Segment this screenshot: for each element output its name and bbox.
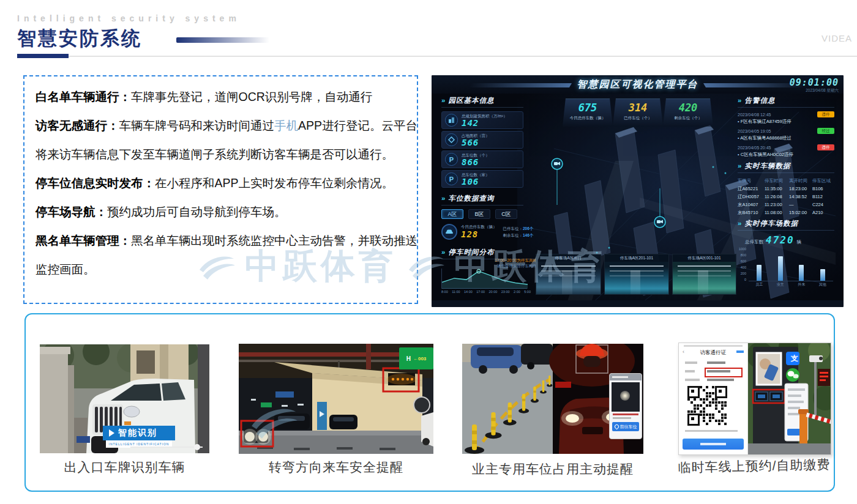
photo-corner-warning: H ←003 xyxy=(239,344,433,454)
feature-line: 黑名单车辆管理：黑名单车辆出现时系统监控中心主动告警，并联动推送 xyxy=(36,226,406,255)
alert-level-badge: 违停 xyxy=(817,144,834,150)
feature-line: 访客无感通行：车辆车牌号码和来访时间通过手机APP进行登记。云平台 xyxy=(36,111,406,140)
time-distribution-panel: 停车时间分布 17:00~20:00为停车高峰 请您合理安排停车时间 8:001… xyxy=(441,248,536,263)
table-row: 辽DH005711:26:0814:38:52B112 xyxy=(738,193,834,201)
alert-item: 2023/04/05 19:05 经过 A区有车辆粤A68668经过 xyxy=(738,128,834,141)
gate-kiosk-photo: 支 xyxy=(748,343,831,454)
car-icon xyxy=(441,224,457,240)
building-icon xyxy=(445,114,458,127)
form-label-bar xyxy=(685,370,695,372)
kpi-today-total: 675 今日总停车数（辆） xyxy=(563,98,613,127)
table-row: 京A1040711:23:00—C224 xyxy=(738,201,834,209)
app-primary-button[interactable] xyxy=(683,439,744,450)
popup-titlebar xyxy=(610,374,642,380)
form-label-bar xyxy=(685,379,700,381)
section-heading: 车位数据查询 xyxy=(441,194,523,206)
feature-line: 将来访车辆信息下发至车辆道闸子系统判断访客车辆是否可以通行。 xyxy=(36,140,406,169)
stat-card: P 总车位数（个） 866 xyxy=(441,150,523,168)
parking-icon: P xyxy=(445,153,458,166)
alert-popup-card: 前往车位 xyxy=(609,373,642,439)
feature-line: 停车位信息实时发布：在小程序和APP上实时发布停车位剩余情况。 xyxy=(36,169,406,198)
parking-bar-chart: 10008006004002000 员工业主外来其他 xyxy=(738,247,834,287)
camera-label: 停车场A区201-101 xyxy=(605,254,668,262)
qr-caption-bar xyxy=(685,430,738,432)
line-chart-x-axis: 8:0011:0014:0017:0020:0023:002:005:00 xyxy=(441,290,531,294)
qr-code xyxy=(687,386,727,426)
play-icon xyxy=(109,429,114,437)
photo-owner-space-alert: 前往车位 xyxy=(462,344,643,454)
section-heading: 园区基本信息 xyxy=(441,96,523,108)
peak-note: 17:00~20:00为停车高峰 请您合理安排停车时间 xyxy=(485,258,537,269)
form-label-bar xyxy=(685,361,697,364)
alert-level-badge: 违停 xyxy=(817,111,834,117)
land-area-icon xyxy=(445,133,458,146)
popup-alert-textline xyxy=(613,413,638,415)
caption: 出入口车牌识别车辆 xyxy=(40,459,209,476)
alipay-icon: 支 xyxy=(788,352,801,365)
camera-feed[interactable]: 停车场A区001-101 xyxy=(672,254,736,295)
slide: Intelligent security system 智慧安防系统 VIDEA… xyxy=(0,0,857,504)
title-underline xyxy=(17,54,69,58)
dashboard-title: 智慧园区可视化管理平台 xyxy=(432,78,844,91)
title-gradient-dash xyxy=(176,37,269,43)
plate-highlight-box xyxy=(705,368,743,377)
smart-recognition-banner[interactable]: 智能识别 xyxy=(103,426,175,440)
feature-text-box: 白名单车辆通行：车牌事先登记，道闸OCR识别号牌，自动通行 访客无感通行：车辆车… xyxy=(23,75,418,304)
stat-card: 占地面积（亩） 566 xyxy=(441,131,523,149)
header-rule xyxy=(69,56,857,57)
alert-level-badge: 经过 xyxy=(817,128,834,134)
dashboard-date: 2023/04/08 星期六 xyxy=(806,88,839,94)
section-heading: 告警信息 xyxy=(738,96,834,108)
video-progress-knob[interactable] xyxy=(194,444,200,450)
right-panel: 告警信息 2023/04/08 12:45 违停 F区有车辆辽A87459违停 … xyxy=(738,96,834,287)
form-value-bar xyxy=(707,361,725,364)
caption: 转弯方向来车安全提醒 xyxy=(239,459,433,476)
table-row: 辽A6522111:35:0018:23:00B106 xyxy=(738,185,834,193)
popup-snapshot xyxy=(612,382,640,412)
location-pin-icon xyxy=(613,424,619,430)
navigate-to-space-button[interactable]: 前往车位 xyxy=(612,422,639,431)
kpi-remaining: 420 剩余车位（个） xyxy=(663,98,713,127)
photo-online-booking: ‹ 访客通行证 xyxy=(678,343,831,455)
vehicle-table: 车牌号停车时间离开时间停车区域 辽A6522111:35:0018:23:00B… xyxy=(738,177,834,217)
tab-zone-b[interactable]: B区 xyxy=(468,209,490,219)
kpi-occupied: 314 已停车位（个） xyxy=(613,98,663,127)
corner-brand: VIDEA xyxy=(821,33,852,43)
camera-feed[interactable]: 停车场A区出口 xyxy=(536,254,601,295)
table-row: 京B4571011:08:0015:02:00A210 xyxy=(738,209,834,217)
qr-finder-pattern xyxy=(715,386,727,398)
camera-image xyxy=(673,262,736,295)
stat-card: P 总车位数（家） 106 xyxy=(441,170,523,188)
photo-plate-recognition: 智能识别 INTELLIGENT IDENTIFICATION xyxy=(40,344,209,453)
phone-status-bar xyxy=(684,345,743,347)
caption: 业主专用车位占用主动提醒 xyxy=(462,461,643,478)
dashboard-clock: 09:01:00 xyxy=(790,77,839,88)
visitor-pass-app: ‹ 访客通行证 xyxy=(679,343,748,454)
eyebrow-text: Intelligent security system xyxy=(17,13,241,23)
video-progress-bar[interactable] xyxy=(130,447,203,448)
highlighted-word: 手机 xyxy=(274,119,298,132)
time-line-chart xyxy=(441,269,527,289)
camera-feed[interactable]: 停车场A区201-101 xyxy=(604,254,669,295)
bar-chart-bars: 员工业主外来其他 xyxy=(749,251,833,281)
section-heading: 实时车辆数据 xyxy=(738,161,834,173)
tab-zone-a[interactable]: A区 xyxy=(441,209,463,219)
park-info-panel: 园区基本信息 总规划建筑面积（万/m²） 142 占地面积（亩） 566 P 总… xyxy=(441,96,523,240)
alert-item: 2023/04/05 20:45 违停 C区有车辆黑AH0C02违停 xyxy=(738,144,834,158)
bar-chart-y-axis: 10008006004002000 xyxy=(738,247,746,281)
exit-direction-sign: H ←003 xyxy=(399,347,433,369)
lot-total: 总停车数 4720 辆 xyxy=(745,234,834,246)
popup-textline xyxy=(613,417,631,419)
form-value-bar xyxy=(707,379,734,381)
camera-image xyxy=(605,262,668,295)
qr-finder-pattern xyxy=(687,413,700,426)
share-link[interactable] xyxy=(736,350,744,353)
alert-item: 2023/04/08 12:45 违停 F区有车辆辽A87459违停 xyxy=(738,111,834,125)
feature-line: 停车场导航：预约成功后可自动导航到停车场。 xyxy=(36,198,406,226)
tab-zone-c[interactable]: C区 xyxy=(495,209,517,219)
feature-line: 监控画面。 xyxy=(36,255,406,284)
stat-card: 总规划建筑面积（万/m²） 142 xyxy=(441,111,523,129)
parking-icon: P xyxy=(445,172,458,185)
qr-finder-pattern xyxy=(687,386,700,398)
camera-label: 停车场A区出口 xyxy=(536,254,601,262)
